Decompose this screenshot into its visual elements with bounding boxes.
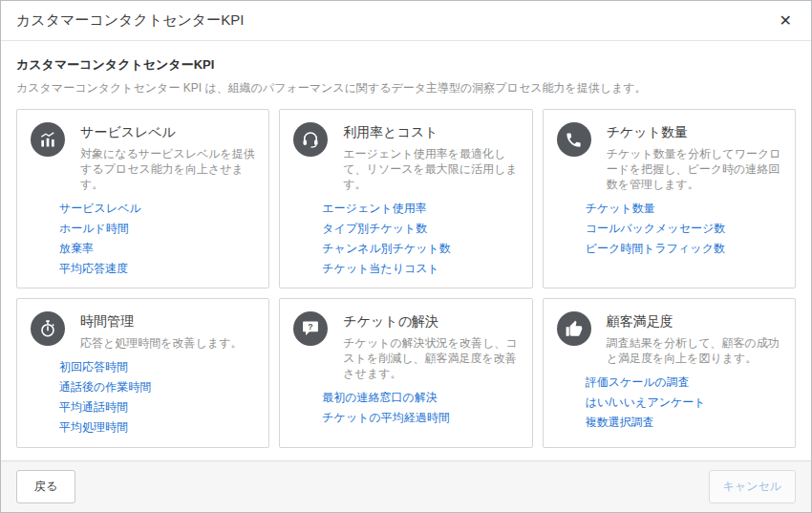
- kpi-dialog: カスタマーコンタクトセンターKPI ✕ カスタマーコンタクトセンターKPI カス…: [0, 0, 812, 513]
- section-description: カスタマーコンタクトセンター KPI は、組織のパフォーマンスに関するデータ主導…: [16, 80, 796, 96]
- kpi-card-service-level: サービスレベル 対象になるサービスレベルを提供するプロセス能力を向上させます。 …: [16, 109, 269, 289]
- stopwatch-icon: [31, 311, 65, 346]
- kpi-link[interactable]: はい/いいえアンケート: [586, 396, 706, 409]
- kpi-link[interactable]: コールバックメッセージ数: [586, 223, 726, 235]
- kpi-card-customer-satisfaction: 顧客満足度 調査結果を分析して、顧客の成功と満足度を向上を図ります。 評価スケー…: [543, 298, 796, 448]
- card-links: 最初の連絡窓口の解決 チケットの平均経過時間: [322, 392, 518, 424]
- card-links: サービスレベル ホールド時間 放棄率 平均応答速度: [59, 203, 255, 275]
- card-links: 初回応答時間 通話後の作業時間 平均通話時間 平均処理時間: [59, 361, 255, 434]
- card-description: 対象になるサービスレベルを提供するプロセス能力を向上させます。: [80, 146, 255, 192]
- kpi-card-utilization-cost: 利用率とコスト エージェント使用率を最適化して、リソースを最大限に活用します。 …: [279, 109, 532, 289]
- card-description: チケットの解決状況を改善し、コストを削減し、顧客満足度を改善させます。: [343, 335, 518, 381]
- card-links: エージェント使用率 タイプ別チケット数 チャンネル別チケット数 チケット当たりコ…: [322, 203, 518, 275]
- kpi-link[interactable]: サービスレベル: [59, 203, 141, 215]
- bar-chart-icon: [31, 122, 65, 157]
- dialog-title: カスタマーコンタクトセンターKPI: [16, 11, 244, 30]
- card-title: チケットの解決: [343, 313, 518, 331]
- kpi-link[interactable]: 初回応答時間: [59, 361, 128, 374]
- card-description: 応答と処理時間を改善します。: [80, 335, 255, 351]
- card-description: チケット数量を分析してワークロードを把握し、ピーク時の連絡回数を管理します。: [607, 146, 781, 192]
- dialog-header: カスタマーコンタクトセンターKPI ✕: [1, 1, 811, 41]
- kpi-link[interactable]: 平均処理時間: [59, 421, 128, 434]
- kpi-link[interactable]: 最初の連絡窓口の解決: [322, 392, 438, 404]
- close-icon[interactable]: ✕: [776, 10, 796, 32]
- kpi-link[interactable]: 放棄率: [59, 243, 94, 255]
- phone-icon: [557, 122, 591, 157]
- section-heading: カスタマーコンタクトセンターKPI: [16, 56, 796, 74]
- kpi-link[interactable]: ホールド時間: [59, 223, 129, 235]
- kpi-link[interactable]: チケット数量: [586, 203, 655, 215]
- card-links: チケット数量 コールバックメッセージ数 ピーク時間トラフィック数: [586, 203, 781, 255]
- kpi-link[interactable]: 平均応答速度: [59, 263, 128, 275]
- kpi-link[interactable]: 通話後の作業時間: [59, 381, 151, 394]
- dialog-footer: 戻る キャンセル: [1, 460, 811, 512]
- thumbs-up-icon: [557, 311, 591, 346]
- kpi-link[interactable]: 評価スケールの調査: [586, 376, 690, 389]
- kpi-link[interactable]: 複数選択調査: [586, 417, 654, 429]
- card-title: サービスレベル: [80, 124, 255, 141]
- card-title: チケット数量: [607, 124, 781, 141]
- card-description: 調査結果を分析して、顧客の成功と満足度を向上を図ります。: [607, 335, 781, 366]
- cancel-button[interactable]: キャンセル: [709, 470, 796, 503]
- chat-question-icon: ?: [293, 311, 328, 346]
- kpi-card-time-management: 時間管理 応答と処理時間を改善します。 初回応答時間 通話後の作業時間 平均通話…: [16, 298, 269, 448]
- kpi-card-ticket-volume: チケット数量 チケット数量を分析してワークロードを把握し、ピーク時の連絡回数を管…: [543, 109, 796, 289]
- card-title: 顧客満足度: [607, 313, 781, 331]
- kpi-link[interactable]: タイプ別チケット数: [322, 223, 427, 235]
- card-links: 評価スケールの調査 はい/いいえアンケート 複数選択調査: [586, 376, 781, 429]
- svg-text:?: ?: [309, 322, 313, 331]
- kpi-link[interactable]: チャンネル別チケット数: [322, 243, 451, 255]
- dialog-body: カスタマーコンタクトセンターKPI カスタマーコンタクトセンター KPI は、組…: [1, 41, 811, 463]
- kpi-card-grid: サービスレベル 対象になるサービスレベルを提供するプロセス能力を向上させます。 …: [16, 109, 796, 448]
- card-description: エージェント使用率を最適化して、リソースを最大限に活用します。: [343, 146, 518, 192]
- kpi-link[interactable]: チケット当たりコスト: [322, 263, 439, 275]
- kpi-link[interactable]: ピーク時間トラフィック数: [586, 243, 725, 255]
- kpi-link[interactable]: チケットの平均経過時間: [322, 412, 449, 424]
- kpi-link[interactable]: 平均通話時間: [59, 401, 128, 414]
- card-title: 時間管理: [80, 313, 255, 331]
- kpi-link[interactable]: エージェント使用率: [322, 203, 426, 215]
- card-title: 利用率とコスト: [343, 124, 518, 141]
- kpi-card-ticket-resolution: ? チケットの解決 チケットの解決状況を改善し、コストを削減し、顧客満足度を改善…: [279, 298, 532, 448]
- back-button[interactable]: 戻る: [16, 470, 75, 503]
- headset-icon: [293, 122, 328, 157]
